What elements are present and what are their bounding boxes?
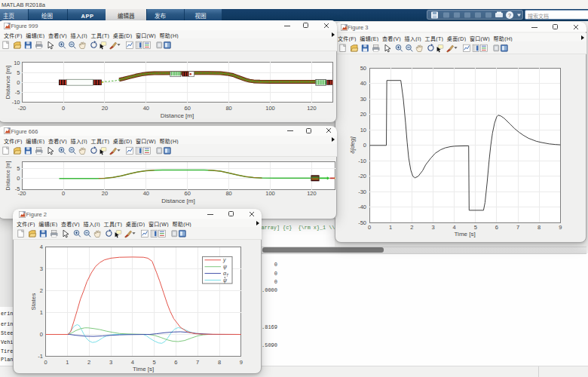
svg-text:States: States [30, 293, 37, 311]
svg-text:6: 6 [174, 359, 177, 366]
svg-text:4: 4 [131, 359, 134, 366]
svg-text:3: 3 [40, 265, 43, 272]
svg-text:y: y [222, 257, 226, 263]
svg-text:8: 8 [218, 359, 221, 366]
svg-text:2: 2 [40, 287, 43, 294]
svg-text:Time [s]: Time [s] [133, 366, 154, 372]
svg-text:ψ: ψ [223, 277, 227, 284]
svg-text:2: 2 [87, 359, 90, 366]
svg-text:1: 1 [66, 359, 69, 366]
svg-text:ψ: ψ [223, 264, 227, 270]
svg-text:3: 3 [109, 359, 112, 366]
svg-text:5: 5 [153, 359, 156, 366]
svg-text:7: 7 [196, 359, 199, 366]
svg-text:1: 1 [40, 309, 43, 316]
svg-text:0: 0 [44, 359, 47, 366]
svg-text:4: 4 [40, 244, 43, 250]
svg-text:0: 0 [40, 331, 43, 338]
svg-text:9: 9 [240, 359, 243, 366]
svg-text:-1: -1 [38, 353, 43, 360]
